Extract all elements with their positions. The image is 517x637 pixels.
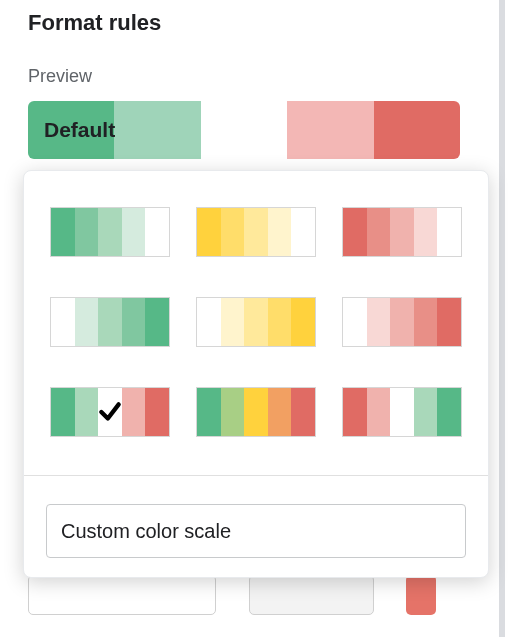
preset-3-seg-2 <box>98 298 122 346</box>
preset-8-seg-3 <box>414 388 438 436</box>
background-controls <box>28 575 436 615</box>
preview-seg-2 <box>201 101 287 159</box>
color-scale-popup <box>23 170 489 578</box>
preset-3-seg-4 <box>145 298 169 346</box>
panel-title: Format rules <box>28 10 499 36</box>
preset-0-seg-1 <box>75 208 99 256</box>
preset-swatch-2[interactable] <box>342 207 462 257</box>
preset-swatch-4[interactable] <box>196 297 316 347</box>
preset-2-seg-3 <box>414 208 438 256</box>
preset-7-seg-0 <box>197 388 221 436</box>
preset-4-seg-1 <box>221 298 245 346</box>
preview-seg-3 <box>287 101 373 159</box>
preset-4-seg-2 <box>244 298 268 346</box>
preset-2-seg-0 <box>343 208 367 256</box>
preset-swatch-8[interactable] <box>342 387 462 437</box>
preview-label: Preview <box>28 66 499 87</box>
preset-3-seg-1 <box>75 298 99 346</box>
preset-swatch-6[interactable] <box>50 387 170 437</box>
bg-box-b <box>249 575 374 615</box>
preset-swatch-3[interactable] <box>50 297 170 347</box>
preset-swatch-1[interactable] <box>196 207 316 257</box>
preset-5-seg-4 <box>437 298 461 346</box>
preset-7-seg-4 <box>291 388 315 436</box>
preview-text: Default <box>44 118 115 142</box>
custom-color-scale-input[interactable] <box>46 504 466 558</box>
preset-6-seg-1 <box>75 388 99 436</box>
preset-5-seg-2 <box>390 298 414 346</box>
preset-0-seg-0 <box>51 208 75 256</box>
preset-7-seg-2 <box>244 388 268 436</box>
preset-swatch-7[interactable] <box>196 387 316 437</box>
preview-bar: Default <box>28 101 460 159</box>
preset-8-seg-4 <box>437 388 461 436</box>
preset-7-seg-3 <box>268 388 292 436</box>
preset-6-seg-0 <box>51 388 75 436</box>
preset-7-seg-1 <box>221 388 245 436</box>
preset-8-seg-0 <box>343 388 367 436</box>
preset-1-seg-1 <box>221 208 245 256</box>
preset-3-seg-0 <box>51 298 75 346</box>
preview-seg-4 <box>374 101 460 159</box>
preset-2-seg-1 <box>367 208 391 256</box>
preset-1-seg-2 <box>244 208 268 256</box>
format-rules-panel: Format rules Preview Default <box>0 0 505 637</box>
preset-1-seg-0 <box>197 208 221 256</box>
divider <box>24 475 488 476</box>
preset-swatch-0[interactable] <box>50 207 170 257</box>
preset-4-seg-0 <box>197 298 221 346</box>
preset-1-seg-4 <box>291 208 315 256</box>
preset-8-seg-2 <box>390 388 414 436</box>
preset-2-seg-4 <box>437 208 461 256</box>
preset-2-seg-2 <box>390 208 414 256</box>
preset-8-seg-1 <box>367 388 391 436</box>
preset-0-seg-3 <box>122 208 146 256</box>
preset-4-seg-4 <box>291 298 315 346</box>
bg-box-a <box>28 575 216 615</box>
bg-box-c <box>406 575 436 615</box>
preset-5-seg-1 <box>367 298 391 346</box>
preset-grid <box>24 207 488 437</box>
preset-3-seg-3 <box>122 298 146 346</box>
preset-6-seg-2 <box>98 388 122 436</box>
preset-5-seg-0 <box>343 298 367 346</box>
preset-6-seg-3 <box>122 388 146 436</box>
preset-6-seg-4 <box>145 388 169 436</box>
preset-1-seg-3 <box>268 208 292 256</box>
preset-4-seg-3 <box>268 298 292 346</box>
preset-5-seg-3 <box>414 298 438 346</box>
preview-seg-1 <box>114 101 200 159</box>
preset-0-seg-4 <box>145 208 169 256</box>
preset-0-seg-2 <box>98 208 122 256</box>
preset-swatch-5[interactable] <box>342 297 462 347</box>
